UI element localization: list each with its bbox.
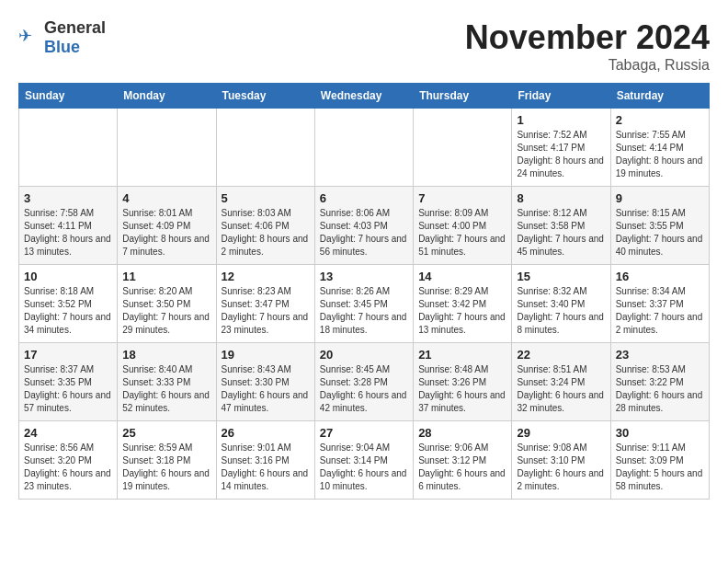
- day-number: 29: [517, 426, 605, 440]
- calendar-cell: 2Sunrise: 7:55 AM Sunset: 4:14 PM Daylig…: [610, 109, 709, 187]
- calendar-cell: [216, 109, 314, 187]
- calendar-cell: 24Sunrise: 8:56 AM Sunset: 3:20 PM Dayli…: [19, 421, 118, 500]
- calendar-cell: 20Sunrise: 8:45 AM Sunset: 3:28 PM Dayli…: [314, 343, 413, 421]
- day-info: Sunrise: 9:08 AM Sunset: 3:10 PM Dayligh…: [517, 442, 605, 493]
- day-number: 3: [24, 191, 112, 205]
- day-number: 19: [222, 348, 310, 362]
- calendar-cell: 14Sunrise: 8:29 AM Sunset: 3:42 PM Dayli…: [414, 265, 512, 343]
- calendar-header-row: SundayMondayTuesdayWednesdayThursdayFrid…: [19, 84, 710, 109]
- day-number: 18: [122, 348, 210, 362]
- day-info: Sunrise: 8:34 AM Sunset: 3:37 PM Dayligh…: [616, 285, 704, 337]
- calendar-cell: 22Sunrise: 8:51 AM Sunset: 3:24 PM Dayli…: [512, 343, 610, 421]
- column-header-wednesday: Wednesday: [314, 84, 413, 109]
- day-number: 25: [122, 426, 210, 440]
- day-number: 1: [517, 113, 605, 127]
- day-info: Sunrise: 8:43 AM Sunset: 3:30 PM Dayligh…: [222, 363, 310, 415]
- day-info: Sunrise: 8:15 AM Sunset: 3:55 PM Dayligh…: [616, 207, 704, 259]
- day-info: Sunrise: 7:52 AM Sunset: 4:17 PM Dayligh…: [517, 129, 605, 180]
- day-info: Sunrise: 8:12 AM Sunset: 3:58 PM Dayligh…: [517, 207, 605, 259]
- day-info: Sunrise: 8:09 AM Sunset: 4:00 PM Dayligh…: [418, 207, 506, 259]
- day-info: Sunrise: 9:06 AM Sunset: 3:12 PM Dayligh…: [418, 442, 506, 493]
- calendar-cell: 16Sunrise: 8:34 AM Sunset: 3:37 PM Dayli…: [610, 265, 709, 343]
- calendar-cell: 28Sunrise: 9:06 AM Sunset: 3:12 PM Dayli…: [414, 421, 512, 500]
- calendar-cell: 15Sunrise: 8:32 AM Sunset: 3:40 PM Dayli…: [512, 265, 610, 343]
- calendar-cell: [414, 109, 512, 187]
- day-number: 5: [222, 191, 310, 205]
- calendar-cell: 12Sunrise: 8:23 AM Sunset: 3:47 PM Dayli…: [216, 265, 314, 343]
- day-number: 20: [320, 348, 408, 362]
- day-number: 23: [616, 348, 704, 362]
- day-number: 10: [24, 270, 112, 283]
- day-info: Sunrise: 7:58 AM Sunset: 4:11 PM Dayligh…: [24, 207, 112, 259]
- logo-icon: ✈: [18, 27, 40, 49]
- day-number: 28: [418, 426, 506, 440]
- calendar-cell: 23Sunrise: 8:53 AM Sunset: 3:22 PM Dayli…: [610, 343, 709, 421]
- day-info: Sunrise: 8:18 AM Sunset: 3:52 PM Dayligh…: [24, 285, 112, 337]
- logo: ✈ General Blue: [18, 18, 106, 57]
- day-number: 26: [222, 426, 310, 440]
- header: ✈ General Blue November 2024 Tabaga, Rus…: [18, 18, 710, 74]
- day-number: 9: [616, 191, 704, 205]
- day-number: 7: [418, 191, 506, 205]
- day-info: Sunrise: 8:32 AM Sunset: 3:40 PM Dayligh…: [517, 285, 605, 337]
- day-number: 22: [517, 348, 605, 362]
- day-number: 14: [418, 270, 506, 283]
- day-number: 13: [320, 270, 408, 283]
- day-info: Sunrise: 9:11 AM Sunset: 3:09 PM Dayligh…: [616, 442, 704, 493]
- day-info: Sunrise: 8:23 AM Sunset: 3:47 PM Dayligh…: [222, 285, 310, 337]
- title-area: November 2024 Tabaga, Russia: [465, 18, 710, 74]
- calendar-cell: [118, 109, 216, 187]
- day-number: 27: [320, 426, 408, 440]
- calendar-cell: 8Sunrise: 8:12 AM Sunset: 3:58 PM Daylig…: [512, 187, 610, 265]
- calendar-cell: 27Sunrise: 9:04 AM Sunset: 3:14 PM Dayli…: [314, 421, 413, 500]
- day-info: Sunrise: 8:29 AM Sunset: 3:42 PM Dayligh…: [418, 285, 506, 337]
- day-number: 16: [616, 270, 704, 283]
- calendar-table: SundayMondayTuesdayWednesdayThursdayFrid…: [18, 83, 710, 500]
- calendar-cell: 19Sunrise: 8:43 AM Sunset: 3:30 PM Dayli…: [216, 343, 314, 421]
- day-info: Sunrise: 8:59 AM Sunset: 3:18 PM Dayligh…: [122, 442, 210, 493]
- calendar-subtitle: Tabaga, Russia: [465, 57, 710, 74]
- svg-text:✈: ✈: [18, 27, 32, 45]
- logo-blue: Blue: [44, 38, 80, 56]
- day-info: Sunrise: 9:01 AM Sunset: 3:16 PM Dayligh…: [222, 442, 310, 493]
- day-number: 6: [320, 191, 408, 205]
- day-info: Sunrise: 9:04 AM Sunset: 3:14 PM Dayligh…: [320, 442, 408, 493]
- calendar-cell: 30Sunrise: 9:11 AM Sunset: 3:09 PM Dayli…: [610, 421, 709, 500]
- day-info: Sunrise: 8:03 AM Sunset: 4:06 PM Dayligh…: [222, 207, 310, 259]
- day-info: Sunrise: 8:51 AM Sunset: 3:24 PM Dayligh…: [517, 363, 605, 415]
- calendar-cell: [314, 109, 413, 187]
- day-number: 24: [24, 426, 112, 440]
- calendar-cell: 1Sunrise: 7:52 AM Sunset: 4:17 PM Daylig…: [512, 109, 610, 187]
- calendar-cell: 26Sunrise: 9:01 AM Sunset: 3:16 PM Dayli…: [216, 421, 314, 500]
- calendar-cell: 5Sunrise: 8:03 AM Sunset: 4:06 PM Daylig…: [216, 187, 314, 265]
- day-info: Sunrise: 7:55 AM Sunset: 4:14 PM Dayligh…: [616, 129, 704, 180]
- column-header-monday: Monday: [118, 84, 216, 109]
- calendar-cell: 7Sunrise: 8:09 AM Sunset: 4:00 PM Daylig…: [414, 187, 512, 265]
- column-header-tuesday: Tuesday: [216, 84, 314, 109]
- column-header-thursday: Thursday: [414, 84, 512, 109]
- calendar-week-5: 24Sunrise: 8:56 AM Sunset: 3:20 PM Dayli…: [19, 421, 710, 500]
- calendar-cell: 4Sunrise: 8:01 AM Sunset: 4:09 PM Daylig…: [118, 187, 216, 265]
- column-header-friday: Friday: [512, 84, 610, 109]
- day-number: 17: [24, 348, 112, 362]
- day-info: Sunrise: 8:37 AM Sunset: 3:35 PM Dayligh…: [24, 363, 112, 415]
- calendar-cell: 6Sunrise: 8:06 AM Sunset: 4:03 PM Daylig…: [314, 187, 413, 265]
- calendar-cell: 11Sunrise: 8:20 AM Sunset: 3:50 PM Dayli…: [118, 265, 216, 343]
- calendar-cell: 9Sunrise: 8:15 AM Sunset: 3:55 PM Daylig…: [610, 187, 709, 265]
- day-number: 11: [122, 270, 210, 283]
- day-info: Sunrise: 8:53 AM Sunset: 3:22 PM Dayligh…: [616, 363, 704, 415]
- day-number: 21: [418, 348, 506, 362]
- day-info: Sunrise: 8:20 AM Sunset: 3:50 PM Dayligh…: [122, 285, 210, 337]
- day-number: 8: [517, 191, 605, 205]
- day-number: 12: [222, 270, 310, 283]
- calendar-body: 1Sunrise: 7:52 AM Sunset: 4:17 PM Daylig…: [19, 109, 710, 500]
- calendar-week-4: 17Sunrise: 8:37 AM Sunset: 3:35 PM Dayli…: [19, 343, 710, 421]
- day-info: Sunrise: 8:06 AM Sunset: 4:03 PM Dayligh…: [320, 207, 408, 259]
- day-number: 4: [122, 191, 210, 205]
- day-info: Sunrise: 8:48 AM Sunset: 3:26 PM Dayligh…: [418, 363, 506, 415]
- day-info: Sunrise: 8:56 AM Sunset: 3:20 PM Dayligh…: [24, 442, 112, 493]
- calendar-week-1: 1Sunrise: 7:52 AM Sunset: 4:17 PM Daylig…: [19, 109, 710, 187]
- calendar-week-2: 3Sunrise: 7:58 AM Sunset: 4:11 PM Daylig…: [19, 187, 710, 265]
- day-info: Sunrise: 8:26 AM Sunset: 3:45 PM Dayligh…: [320, 285, 408, 337]
- calendar-cell: 13Sunrise: 8:26 AM Sunset: 3:45 PM Dayli…: [314, 265, 413, 343]
